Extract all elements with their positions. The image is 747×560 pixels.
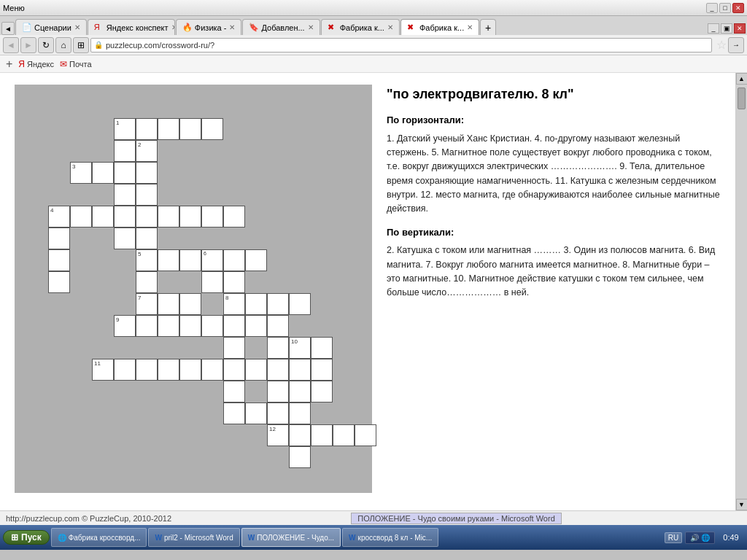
cell-11-4[interactable]	[158, 359, 179, 381]
cell-9-4[interactable]	[179, 315, 201, 337]
cell-11-2[interactable]	[114, 359, 136, 381]
cell-12-2[interactable]	[289, 424, 311, 446]
cell-v8-5[interactable]	[223, 381, 245, 402]
cell-11-11[interactable]	[311, 359, 333, 381]
home-button[interactable]: ⌂	[55, 37, 71, 53]
back-tab-button[interactable]: ◄	[1, 22, 15, 35]
menu-button[interactable]: Меню	[3, 4, 25, 12]
cell-11-1[interactable]: 11	[92, 359, 114, 381]
cell-12-5[interactable]	[355, 424, 376, 446]
cell-12v-2[interactable]	[289, 446, 311, 468]
tabbar-minimize[interactable]: _	[708, 23, 719, 34]
scroll-up-button[interactable]: ▲	[736, 73, 748, 85]
cell-3-1[interactable]: 3	[70, 162, 92, 184]
go-button[interactable]: →	[728, 37, 744, 53]
cell-1-5[interactable]	[201, 118, 223, 140]
cell-v10-1[interactable]: 10	[289, 337, 311, 359]
tab-fabrika1[interactable]: ✖ Фабрика к... ✕	[321, 19, 400, 35]
tab-close-fabrika1[interactable]: ✕	[387, 23, 393, 31]
cell-9-3[interactable]	[158, 315, 179, 337]
tab-added[interactable]: 🔖 Добавлен... ✕	[242, 19, 320, 35]
cell-11-5[interactable]	[179, 359, 201, 381]
taskbar-word2[interactable]: W ПОЛОЖЕНИЕ - Чудо...	[241, 528, 341, 547]
cell-4-3[interactable]	[92, 206, 114, 228]
cell-v1-6[interactable]	[114, 228, 136, 249]
cell-5-3[interactable]	[179, 249, 201, 271]
tab-close-scenarii[interactable]: ✕	[74, 23, 80, 31]
cell-11-9[interactable]	[267, 359, 289, 381]
forward-button[interactable]: ►	[20, 37, 36, 53]
cell-1-4[interactable]	[179, 118, 201, 140]
cell-3-3[interactable]	[114, 162, 136, 184]
cell-v-11-3[interactable]	[267, 402, 289, 424]
add-bookmark-button[interactable]: +	[6, 58, 12, 71]
add-tab-button[interactable]: +	[480, 19, 496, 35]
cell-9-5[interactable]	[201, 315, 223, 337]
cell-v10-1b[interactable]	[311, 337, 333, 359]
cell-v4-4[interactable]	[48, 249, 70, 271]
cell-7-2[interactable]	[158, 293, 179, 315]
tabbar-close[interactable]: ✕	[734, 23, 746, 34]
cell-4-1[interactable]: 4	[48, 206, 70, 228]
tab-scenarii[interactable]: 📄 Сценарии ✕	[15, 19, 87, 35]
cell-1-3[interactable]	[158, 118, 179, 140]
language-button[interactable]: RU	[665, 532, 682, 543]
cell-v10-3b[interactable]	[311, 381, 333, 402]
cell-1-2[interactable]	[136, 118, 158, 140]
tab-yandex[interactable]: Я Яндекс конспект ✕	[88, 19, 175, 35]
cell-7-3[interactable]	[179, 293, 201, 315]
cell-v10-4[interactable]	[289, 402, 311, 424]
tabbar-restore[interactable]: ▣	[721, 23, 732, 34]
cell-v5-2[interactable]	[136, 271, 158, 293]
start-button[interactable]: ⊞ Пуск	[3, 530, 50, 545]
cell-4-9[interactable]	[223, 206, 245, 228]
cell-11-3[interactable]	[136, 359, 158, 381]
tab-close-fabrika2[interactable]: ✕	[467, 23, 473, 31]
cell-2-1[interactable]: 2	[136, 140, 158, 162]
cell-v-11-2[interactable]	[267, 381, 289, 402]
cell-12-3[interactable]	[311, 424, 333, 446]
cell-4-2[interactable]	[70, 206, 92, 228]
cell-9-7[interactable]	[245, 315, 267, 337]
cell-5-6[interactable]	[245, 249, 267, 271]
cell-9-2[interactable]	[136, 315, 158, 337]
minimize-button[interactable]: _	[706, 3, 718, 13]
tab-physics[interactable]: 🔥 Физика - ✕	[176, 19, 242, 35]
cell-v4-2[interactable]	[48, 228, 70, 249]
tab-close-added[interactable]: ✕	[308, 23, 314, 31]
bookmark-yandex[interactable]: Я Яндекс	[18, 59, 54, 69]
cell-4-4[interactable]	[114, 206, 136, 228]
cell-12-1[interactable]: 12	[267, 424, 289, 446]
cell-4-7[interactable]	[179, 206, 201, 228]
cell-9-8[interactable]	[267, 315, 289, 337]
cell-5-5[interactable]	[223, 249, 245, 271]
taskbar-fabrika[interactable]: 🌐 Фабрика кроссворд...	[51, 528, 147, 547]
maximize-button[interactable]: □	[719, 3, 731, 13]
taskbar-word3[interactable]: W кроссворд 8 кл - Mic...	[342, 528, 438, 547]
tab-close-yandex[interactable]: ✕	[171, 23, 175, 31]
taskbar-word1[interactable]: W pril2 - Microsoft Word	[148, 528, 239, 547]
cell-12-4[interactable]	[333, 424, 355, 446]
cell-1v-2[interactable]	[114, 140, 136, 162]
cell-11-6[interactable]	[201, 359, 223, 381]
cell-v4-5[interactable]	[48, 271, 70, 293]
cell-vx-1[interactable]	[245, 402, 267, 424]
cell-8-3[interactable]	[267, 293, 289, 315]
cell-5-1[interactable]: 5	[136, 249, 158, 271]
cell-3-4[interactable]	[136, 162, 158, 184]
cell-4-6[interactable]	[158, 206, 179, 228]
scroll-down-button[interactable]: ▼	[736, 499, 748, 510]
cell-9-6[interactable]	[223, 315, 245, 337]
cell-11-8[interactable]	[245, 359, 267, 381]
close-button[interactable]: ✕	[732, 3, 744, 13]
cell-5-2[interactable]	[158, 249, 179, 271]
cell-4-8[interactable]	[201, 206, 223, 228]
cell-v8-6[interactable]	[223, 402, 245, 424]
back-button[interactable]: ◄	[3, 37, 19, 53]
cell-7-1[interactable]: 7	[136, 293, 158, 315]
cell-11-10[interactable]	[289, 359, 311, 381]
bookmark-star[interactable]: ☆	[716, 38, 727, 52]
cell-3-2[interactable]	[92, 162, 114, 184]
cell-v6-2[interactable]	[201, 271, 223, 293]
cell-4-5[interactable]	[136, 206, 158, 228]
